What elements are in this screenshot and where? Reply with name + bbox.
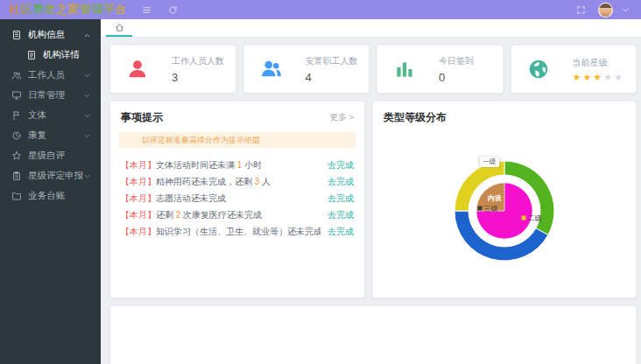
bar-chart-icon bbox=[393, 58, 416, 80]
chevron-down-icon bbox=[83, 91, 92, 100]
chart-annotation-inner-yellow-marker: 二级 bbox=[522, 214, 542, 223]
refresh-icon[interactable] bbox=[166, 3, 180, 17]
sidebar-item-label: 康复 bbox=[28, 130, 83, 142]
home-icon bbox=[115, 23, 124, 32]
reminders-title: 事项提示 bbox=[121, 110, 163, 125]
sidebar-item-3[interactable]: 文体 bbox=[0, 105, 101, 125]
sidebar-item-label: 星级自评 bbox=[28, 150, 92, 162]
users-icon bbox=[11, 70, 22, 80]
stat-card-0: 工作人员人数3 bbox=[109, 45, 236, 94]
reminder-item-0: 【本月】文体活动时间还未满 1 小时去完成 bbox=[121, 157, 354, 173]
main-content: 工作人员人数3安置职工人数4今日签到0当前星级★★★★★ 事项提示 更多 > 以… bbox=[101, 38, 641, 364]
reminders-list: 【本月】文体活动时间还未满 1 小时去完成【本月】精神用药还未完成，还剩 3 人… bbox=[110, 153, 364, 240]
sidebar-item-label: 星级评定申报 bbox=[28, 170, 83, 182]
notice-banner: 以评定标准最高得分作为提示依据 bbox=[119, 132, 356, 148]
document-icon bbox=[26, 50, 37, 60]
stat-cards-row: 工作人员人数3安置职工人数4今日签到0当前星级★★★★★ bbox=[109, 45, 637, 94]
reminder-month-tag: 【本月】 bbox=[121, 193, 156, 203]
app-title: 社区养老之家管理平台 bbox=[9, 2, 127, 18]
sidebar-item-label: 业务台账 bbox=[28, 190, 92, 202]
sidebar-item-2[interactable]: 日常管理 bbox=[0, 85, 101, 105]
sidebar-item-label: 工作人员 bbox=[28, 69, 83, 81]
sidebar-item-6[interactable]: 星级评定申报 bbox=[0, 165, 101, 186]
person-icon bbox=[126, 58, 149, 80]
reminder-text: 【本月】志愿活动还未完成 bbox=[121, 192, 226, 205]
stat-value: 3 bbox=[172, 71, 224, 84]
star-icon: ★ bbox=[582, 72, 593, 82]
reminder-text: 【本月】还剩 2 次康复医疗还未完成 bbox=[121, 209, 262, 221]
clock-icon bbox=[11, 130, 22, 141]
sidebar-item-5[interactable]: 星级自评 bbox=[0, 145, 101, 165]
sidebar-subitem-label: 机构详情 bbox=[43, 49, 92, 61]
reminder-item-1: 【本月】精神用药还未完成，还剩 3 人去完成 bbox=[121, 173, 354, 190]
app-header: 社区养老之家管理平台 bbox=[0, 0, 641, 19]
fullscreen-icon[interactable] bbox=[574, 3, 588, 17]
star-icon: ★ bbox=[614, 72, 624, 82]
reminder-item-4: 【本月】知识学习（生活、卫生、就业等）还未完成去完成 bbox=[121, 223, 354, 240]
chart-annotation-inner-light: 内设 bbox=[488, 193, 502, 203]
star-icon: ★ bbox=[573, 72, 583, 82]
sidebar-item-label: 机构信息 bbox=[28, 29, 83, 41]
star-rating: ★★★★★ bbox=[573, 73, 624, 82]
bottom-panel bbox=[109, 305, 637, 364]
reminder-month-tag: 【本月】 bbox=[121, 160, 156, 170]
building-icon bbox=[11, 30, 22, 40]
clipboard-icon bbox=[11, 171, 22, 181]
sidebar-item-1[interactable]: 工作人员 bbox=[0, 65, 101, 85]
stat-label: 当前星级 bbox=[573, 57, 624, 69]
chevron-up-icon bbox=[83, 31, 92, 39]
go-complete-link[interactable]: 去完成 bbox=[328, 209, 354, 221]
more-link[interactable]: 更多 > bbox=[330, 112, 354, 123]
reminder-text: 【本月】精神用药还未完成，还剩 3 人 bbox=[121, 176, 271, 188]
stat-label: 工作人员人数 bbox=[172, 55, 224, 67]
stat-value: 0 bbox=[439, 71, 474, 84]
user-menu-chevron-icon[interactable] bbox=[618, 3, 632, 17]
go-complete-link[interactable]: 去完成 bbox=[328, 192, 354, 205]
sidebar-item-7[interactable]: 业务台账 bbox=[0, 186, 101, 206]
users-icon bbox=[11, 70, 22, 80]
sidebar-item-0[interactable]: 机构信息 bbox=[0, 24, 101, 45]
sidebar-subitem-0-0[interactable]: 机构详情 bbox=[0, 45, 101, 65]
chevron-down-icon bbox=[83, 111, 92, 120]
chart-annotation-inner-dark-marker: 三级 bbox=[478, 204, 498, 214]
sidebar-item-label: 文体 bbox=[28, 109, 83, 122]
reminder-text: 【本月】知识学习（生活、卫生、就业等）还未完成 bbox=[121, 226, 320, 238]
chart-panel: 类型等级分布 一级内设三级二级 bbox=[372, 101, 637, 298]
stat-value: 4 bbox=[306, 71, 358, 84]
stat-card-2: 今日签到0 bbox=[377, 45, 504, 94]
stat-label: 今日签到 bbox=[439, 55, 474, 67]
sidebar-item-label: 日常管理 bbox=[28, 89, 83, 102]
go-complete-link[interactable]: 去完成 bbox=[328, 176, 354, 188]
star-icon: ★ bbox=[593, 72, 603, 82]
stat-card-3: 当前星级★★★★★ bbox=[511, 45, 637, 94]
reminder-month-tag: 【本月】 bbox=[121, 177, 156, 186]
stat-card-1: 安置职工人数4 bbox=[243, 45, 370, 94]
user-avatar[interactable] bbox=[598, 3, 613, 18]
folder-icon bbox=[11, 191, 22, 201]
people-icon bbox=[260, 58, 283, 80]
stat-label: 安置职工人数 bbox=[306, 55, 358, 67]
monitor-icon bbox=[11, 90, 22, 101]
flag-icon bbox=[11, 110, 22, 121]
go-complete-link[interactable]: 去完成 bbox=[328, 159, 354, 172]
reminder-month-tag: 【本月】 bbox=[121, 227, 156, 236]
reminder-item-2: 【本月】志愿活动还未完成去完成 bbox=[121, 190, 354, 206]
star-icon: ★ bbox=[603, 72, 614, 82]
panels-row: 事项提示 更多 > 以评定标准最高得分作为提示依据 【本月】文体活动时间还未满 … bbox=[109, 101, 637, 298]
menu-fold-icon[interactable] bbox=[139, 3, 153, 17]
reminder-item-3: 【本月】还剩 2 次康复医疗还未完成去完成 bbox=[121, 206, 354, 223]
flag-icon bbox=[11, 110, 22, 121]
tab-home[interactable] bbox=[106, 19, 132, 37]
go-complete-link[interactable]: 去完成 bbox=[328, 226, 354, 238]
sidebar-item-4[interactable]: 康复 bbox=[0, 125, 101, 145]
reminders-panel: 事项提示 更多 > 以评定标准最高得分作为提示依据 【本月】文体活动时间还未满 … bbox=[109, 101, 365, 298]
chevron-down-icon bbox=[83, 172, 92, 180]
chevron-down-icon bbox=[83, 131, 92, 140]
tab-bar bbox=[101, 19, 641, 38]
marker-square-icon bbox=[478, 206, 483, 211]
chevron-down-icon bbox=[83, 71, 92, 80]
star-icon bbox=[11, 150, 22, 161]
marker-square-icon bbox=[522, 216, 526, 220]
folder-icon bbox=[11, 191, 22, 201]
clipboard-icon bbox=[11, 171, 22, 181]
